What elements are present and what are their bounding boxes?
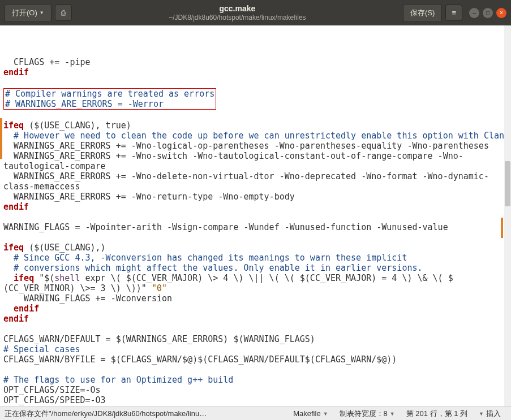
maximize-button[interactable]: □ [483,8,493,18]
code-line: OPT_CFLAGS/SPEED=-O3 [3,395,106,405]
code-line: class-memaccess [3,181,80,192]
window-subtitle: ~/JDK8/jdk8u60/hotspot/make/linux/makefi… [75,14,400,21]
code-line: CFLAGS_WARN/DEFAULT = $(WARNINGS_ARE_ERR… [3,334,315,344]
open-label: 打开(O) [12,8,37,18]
new-tab-button[interactable]: ⎙ [55,5,72,21]
chevron-down-icon: ▼ [390,411,395,417]
window-controls: – □ × [469,8,506,18]
code-comment: # Since GCC 4.3, -Wconversion has change… [3,253,407,263]
status-message: 正在保存文件"/home/erkye/JDK8/jdk8u60/hotspot/… [5,409,287,419]
close-button[interactable]: × [496,8,506,18]
save-label: 保存(S) [410,8,435,18]
cursor-position: 第 201 行，第 1 列 [401,409,473,419]
code-editor[interactable]: CFLAGS += -pipe endif # Compiler warning… [0,25,511,406]
code-text: ($(USE_CLANG), true) [24,120,131,131]
code-keyword: ifeq [3,243,24,253]
code-func: shell [54,273,80,283]
open-button[interactable]: 打开(O) ▼ [5,4,51,22]
statusbar: 正在保存文件"/home/erkye/JDK8/jdk8u60/hotspot/… [0,406,511,420]
vertical-scrollbar[interactable] [504,25,511,406]
code-comment: # The flags to use for an Optimized g++ … [3,375,233,385]
code-comment: # conversions which might affect the val… [3,263,423,273]
code-keyword: endif [3,67,29,77]
code-line: tautological-compare [3,161,106,171]
code-line: WARNINGS_ARE_ERRORS += -Wno-return-type … [3,192,295,202]
code-text: ($(USE_CLANG),) [24,243,106,253]
chevron-down-icon: ▼ [40,10,44,15]
code-keyword: ifeq [3,273,34,283]
code-line: WARNINGS_ARE_ERRORS += -Wno-switch -Wno-… [3,151,463,161]
hamburger-icon: ≡ [452,8,456,17]
code-string: "0" [152,283,167,293]
code-comment: # Special cases [3,344,80,354]
code-keyword: endif [3,304,39,314]
code-line: WARNING_FLAGS = -Wpointer-arith -Wsign-c… [3,222,448,232]
code-line: CFLAGS += -pipe [3,57,91,67]
filetype-selector[interactable]: Makefile ▼ [287,409,333,418]
code-line: CFLAGS_WARN/BYFILE = $(CFLAGS_WARN/$@)$(… [3,354,397,365]
new-tab-icon: ⎙ [61,8,66,17]
filetype-label: Makefile [293,409,320,418]
change-marker-right [501,218,503,238]
insert-mode[interactable]: ▼ 插入 [473,409,506,419]
hamburger-menu-button[interactable]: ≡ [445,5,462,21]
code-keyword: endif [3,314,29,324]
code-keyword: ifeq [3,120,24,131]
save-button[interactable]: 保存(S) [403,4,442,22]
title-group: gcc.make ~/JDK8/jdk8u60/hotspot/make/lin… [75,4,400,21]
window-title: gcc.make [75,4,400,14]
code-line: (CC_VER_MINOR) \>= 3 \) \))" [3,283,152,293]
tabwidth-selector[interactable]: 制表符宽度：8 ▼ [334,409,401,419]
code-line: WARNING_FLAGS += -Wconversion [3,293,172,304]
code-comment: # However we need to clean the code up b… [3,131,509,141]
mode-label: 插入 [486,409,501,419]
code-line: WARNINGS_ARE_ERRORS += -Wno-logical-op-p… [3,141,489,151]
chevron-down-icon: ▼ [479,411,484,417]
chevron-down-icon: ▼ [323,411,328,417]
tabwidth-label: 制表符宽度：8 [340,409,388,419]
minimize-button[interactable]: – [469,8,479,18]
code-text: expr \( $(CC_VER_MAJOR) \> 4 \) \|| \( \… [80,273,453,283]
highlight-box: # Compiler warnings are treated as error… [3,88,216,110]
position-label: 第 201 行，第 1 列 [406,409,467,419]
code-line: OPT_CFLAGS/SIZE=-Os [3,385,101,395]
code-comment: # WARNINGS_ARE_ERRORS = -Werror [5,99,164,109]
code-text: "$( [34,273,54,283]
code-keyword: endif [3,202,29,212]
titlebar: 打开(O) ▼ ⎙ gcc.make ~/JDK8/jdk8u60/hotspo… [0,0,511,25]
code-line: WARNINGS_ARE_ERRORS += -Wno-delete-non-v… [3,171,489,181]
code-comment: # Compiler warnings are treated as error… [5,89,214,99]
change-marker-left [0,118,2,159]
scrollbar-thumb[interactable] [505,161,510,206]
